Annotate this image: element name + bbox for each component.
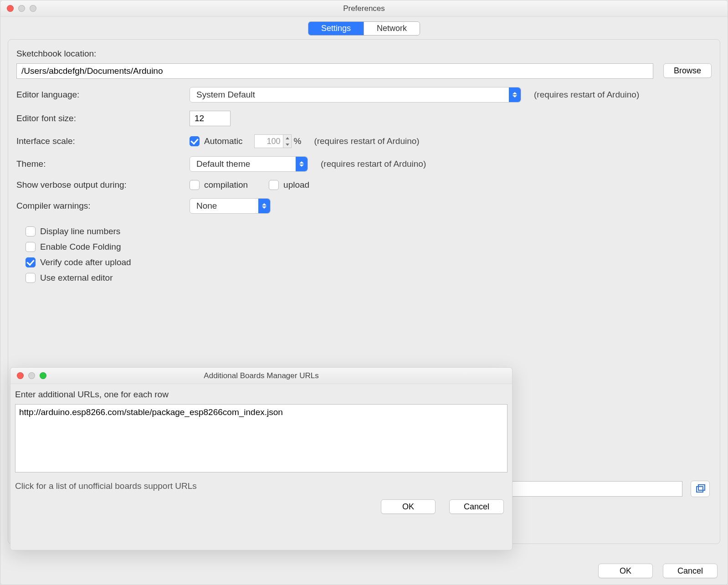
minimize-icon[interactable]: [28, 372, 35, 379]
tab-bar: Settings Network: [0, 17, 728, 39]
editor-language-select[interactable]: System Default: [190, 87, 521, 103]
open-urls-dialog-button[interactable]: [691, 481, 710, 497]
modal-footer: OK Cancel: [15, 499, 508, 514]
external-editor-label: Use external editor: [40, 273, 113, 283]
window-title: Preferences: [0, 4, 728, 13]
modal-body: Enter additional URLs, one for each row …: [10, 384, 512, 519]
zoom-icon[interactable]: [40, 372, 46, 379]
code-folding-checkbox[interactable]: [26, 242, 36, 252]
chevron-updown-icon: [296, 157, 308, 171]
browse-button[interactable]: Browse: [663, 63, 712, 78]
external-editor-checkbox[interactable]: [26, 273, 36, 283]
theme-label: Theme:: [16, 159, 190, 169]
cancel-button[interactable]: Cancel: [663, 564, 718, 578]
sketchbook-path-input[interactable]: [16, 63, 653, 79]
verbose-upload-label: upload: [283, 180, 309, 190]
modal-traffic-lights: [10, 372, 46, 379]
titlebar: Preferences: [0, 0, 728, 17]
close-icon[interactable]: [17, 372, 24, 379]
theme-select[interactable]: Default theme: [190, 156, 308, 172]
stepper-arrows-icon[interactable]: [283, 134, 292, 148]
minimize-icon[interactable]: [18, 5, 25, 12]
additional-urls-dialog: Additional Boards Manager URLs Enter add…: [10, 367, 513, 550]
interface-scale-auto-checkbox[interactable]: [190, 136, 200, 146]
editor-language-value: System Default: [196, 90, 255, 100]
option-code-folding: Enable Code Folding: [16, 242, 712, 252]
ok-button[interactable]: OK: [598, 564, 653, 578]
preferences-footer: OK Cancel: [598, 564, 718, 578]
modal-title: Additional Boards Manager URLs: [10, 371, 512, 380]
editor-language-hint: (requires restart of Arduino): [534, 90, 639, 100]
window-icon: [695, 484, 705, 494]
compiler-warnings-value: None: [196, 201, 217, 211]
editor-fontsize-label: Editor font size:: [16, 113, 190, 123]
urls-textarea[interactable]: [15, 404, 508, 472]
interface-scale-auto-label: Automatic: [204, 136, 242, 146]
code-folding-label: Enable Code Folding: [40, 242, 121, 252]
option-line-numbers: Display line numbers: [16, 226, 712, 236]
line-numbers-checkbox[interactable]: [26, 226, 36, 236]
compiler-warnings-label: Compiler warnings:: [16, 201, 190, 211]
traffic-lights: [0, 5, 36, 12]
interface-scale-hint: (requires restart of Arduino): [314, 136, 419, 146]
option-verify-upload: Verify code after upload: [16, 257, 712, 267]
modal-prompt: Enter additional URLs, one for each row: [15, 390, 508, 400]
unofficial-list-link[interactable]: Click for a list of unofficial boards su…: [15, 481, 508, 491]
zoom-icon[interactable]: [30, 5, 36, 12]
modal-cancel-button[interactable]: Cancel: [449, 499, 504, 514]
compiler-warnings-select[interactable]: None: [190, 198, 271, 214]
percent-label: %: [293, 136, 301, 146]
close-icon[interactable]: [7, 5, 14, 12]
tab-segmented: Settings Network: [308, 21, 420, 36]
verify-upload-label: Verify code after upload: [40, 257, 131, 267]
editor-language-label: Editor language:: [16, 90, 190, 100]
editor-fontsize-input[interactable]: [190, 111, 231, 126]
chevron-updown-icon: [509, 87, 521, 102]
interface-scale-value[interactable]: [254, 134, 283, 148]
verbose-compilation-checkbox[interactable]: [190, 180, 200, 190]
theme-hint: (requires restart of Arduino): [321, 159, 426, 169]
verbose-compilation-label: compilation: [204, 180, 248, 190]
sketchbook-label: Sketchbook location:: [16, 49, 190, 59]
theme-value: Default theme: [196, 159, 250, 169]
svg-rect-1: [698, 485, 705, 490]
interface-scale-label: Interface scale:: [16, 136, 190, 146]
tab-network[interactable]: Network: [364, 22, 420, 35]
modal-ok-button[interactable]: OK: [381, 499, 436, 514]
verbose-label: Show verbose output during:: [16, 180, 190, 190]
modal-titlebar: Additional Boards Manager URLs: [10, 368, 512, 384]
interface-scale-stepper[interactable]: [254, 134, 292, 148]
tab-settings[interactable]: Settings: [308, 22, 364, 35]
verify-upload-checkbox[interactable]: [26, 257, 36, 267]
svg-rect-0: [697, 487, 703, 492]
chevron-updown-icon: [258, 199, 270, 213]
option-external-editor: Use external editor: [16, 273, 712, 283]
verbose-upload-checkbox[interactable]: [269, 180, 279, 190]
line-numbers-label: Display line numbers: [40, 226, 120, 236]
